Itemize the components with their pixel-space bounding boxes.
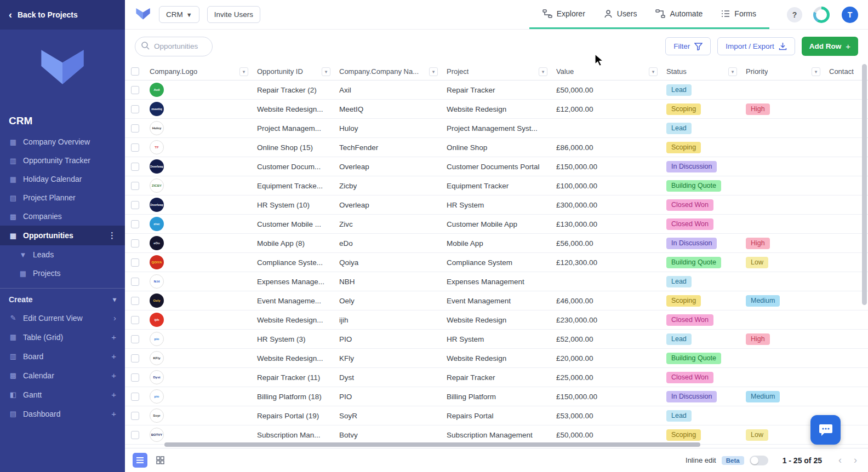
status-cell[interactable]: Scoping xyxy=(662,138,741,157)
vertical-scrollbar[interactable] xyxy=(861,63,867,448)
value-cell[interactable] xyxy=(552,119,662,137)
sidebar-item-project-planner[interactable]: ▤ Project Planner xyxy=(0,188,125,207)
project-cell[interactable]: Website Redesign xyxy=(442,100,552,118)
value-cell[interactable]: £12,000.00 xyxy=(552,100,662,118)
project-cell[interactable]: Subscription Management xyxy=(442,425,552,444)
nav-users[interactable]: Users xyxy=(604,9,637,18)
plus-icon[interactable]: + xyxy=(111,371,116,380)
priority-cell[interactable]: High xyxy=(741,234,825,252)
nav-explorer[interactable]: Explorer xyxy=(542,9,585,18)
table-row[interactable]: KFly Website Redesign... KFly Website Re… xyxy=(125,349,868,368)
value-cell[interactable]: £230,000.00 xyxy=(552,310,662,329)
list-view-button[interactable] xyxy=(133,453,147,468)
priority-cell[interactable] xyxy=(741,349,825,367)
sidebar-item-board[interactable]: ▥ Board + xyxy=(0,347,125,366)
priority-cell[interactable] xyxy=(741,176,825,195)
company-name-cell[interactable]: TechFender xyxy=(335,138,442,157)
vertical-scrollbar-thumb[interactable] xyxy=(862,64,867,305)
row-checkbox[interactable] xyxy=(125,215,145,233)
select-all-checkbox[interactable] xyxy=(125,63,145,80)
company-name-cell[interactable]: Overleap xyxy=(335,195,442,214)
project-cell[interactable]: Expenses Management xyxy=(442,272,552,291)
priority-cell[interactable]: Low xyxy=(741,253,825,272)
kebab-menu-icon[interactable]: ⋮ xyxy=(108,231,116,240)
company-logo-cell[interactable]: BOTVY xyxy=(145,425,253,444)
company-name-cell[interactable]: Qoiya xyxy=(335,253,442,272)
company-logo-cell[interactable]: ZICBY xyxy=(145,176,253,195)
create-section-header[interactable]: Create ▾ xyxy=(0,291,125,308)
opportunity-id-cell[interactable]: Subscription Man... xyxy=(253,425,335,444)
value-cell[interactable]: £46,000.00 xyxy=(552,291,662,310)
priority-cell[interactable] xyxy=(741,80,825,99)
value-cell[interactable]: £56,000.00 xyxy=(552,234,662,252)
company-logo-cell[interactable]: Soyr xyxy=(145,406,253,425)
inline-edit-toggle[interactable] xyxy=(750,456,768,465)
row-checkbox[interactable] xyxy=(125,176,145,195)
company-logo-cell[interactable]: ijih xyxy=(145,310,253,329)
table-row[interactable]: N:H Expenses Manage... NBH Expenses Mana… xyxy=(125,272,868,291)
project-cell[interactable]: Repair Tracker xyxy=(442,368,552,387)
opportunity-id-cell[interactable]: Compliance Syste... xyxy=(253,253,335,272)
table-row[interactable]: ijih Website Redesign... ijih Website Re… xyxy=(125,310,868,330)
priority-cell[interactable] xyxy=(741,215,825,233)
gallery-view-button[interactable] xyxy=(153,453,168,468)
column-header[interactable]: Project ▾ xyxy=(442,63,552,80)
value-cell[interactable]: £300,000.00 xyxy=(552,195,662,214)
opportunity-id-cell[interactable]: Project Managem... xyxy=(253,119,335,137)
row-checkbox[interactable] xyxy=(125,368,145,387)
status-cell[interactable]: Scoping xyxy=(662,100,741,118)
table-row[interactable]: zivc Customer Mobile ... Zivc Customer M… xyxy=(125,215,868,234)
value-cell[interactable]: £120,300.00 xyxy=(552,253,662,272)
status-cell[interactable]: Scoping xyxy=(662,425,741,444)
company-logo-cell[interactable]: Axil xyxy=(145,80,253,99)
priority-cell[interactable]: High xyxy=(741,330,825,348)
priority-cell[interactable]: Medium xyxy=(741,291,825,310)
project-cell[interactable]: Event Management xyxy=(442,291,552,310)
company-logo-cell[interactable]: eDo xyxy=(145,234,253,252)
company-logo-cell[interactable]: zivc xyxy=(145,215,253,233)
table-row[interactable]: meetiq Website Redesign... MeetIQ Websit… xyxy=(125,100,868,119)
company-logo-cell[interactable]: pio xyxy=(145,330,253,348)
value-cell[interactable]: £20,000.00 xyxy=(552,349,662,367)
opportunity-id-cell[interactable]: Expenses Manage... xyxy=(253,272,335,291)
sidebar-item-dashboard[interactable]: ▤ Dashboard + xyxy=(0,404,125,423)
column-menu-button[interactable]: ▾ xyxy=(812,67,820,76)
table-row[interactable]: Overleap Customer Docum... Overleap Cust… xyxy=(125,157,868,176)
horizontal-scrollbar-thumb[interactable] xyxy=(164,442,700,447)
value-cell[interactable]: £50,000.00 xyxy=(552,80,662,99)
workspace-selector-dropdown[interactable]: CRM ▼ xyxy=(159,6,199,23)
value-cell[interactable]: £25,000.00 xyxy=(552,368,662,387)
company-logo-cell[interactable]: Huloy xyxy=(145,119,253,137)
column-header[interactable]: Priority ▾ xyxy=(741,63,825,80)
table-row[interactable]: Huloy Project Managem... Huloy Project M… xyxy=(125,119,868,138)
table-row[interactable]: ZICBY Equipment Tracke... Zicby Equipmen… xyxy=(125,176,868,195)
nav-forms[interactable]: Forms xyxy=(721,9,756,18)
company-name-cell[interactable]: Zicby xyxy=(335,176,442,195)
opportunity-id-cell[interactable]: HR System (10) xyxy=(253,195,335,214)
sidebar-item-gantt[interactable]: ◧ Gantt + xyxy=(0,385,125,404)
priority-cell[interactable] xyxy=(741,138,825,157)
company-name-cell[interactable]: Axil xyxy=(335,80,442,99)
row-checkbox[interactable] xyxy=(125,330,145,348)
company-logo-cell[interactable]: pio xyxy=(145,387,253,406)
table-row[interactable]: Soyr Repairs Portal (19) SoyR Repairs Po… xyxy=(125,406,868,425)
company-name-cell[interactable]: eDo xyxy=(335,234,442,252)
project-cell[interactable]: Repair Tracker xyxy=(442,80,552,99)
next-page-button[interactable]: › xyxy=(850,454,860,466)
company-name-cell[interactable]: Botvy xyxy=(335,425,442,444)
company-name-cell[interactable]: MeetIQ xyxy=(335,100,442,118)
project-cell[interactable]: Compliance System xyxy=(442,253,552,272)
import-export-button[interactable]: Import / Export xyxy=(717,37,795,55)
status-cell[interactable]: Closed Won xyxy=(662,195,741,214)
project-cell[interactable]: Equipment Tracker xyxy=(442,176,552,195)
column-header[interactable]: Value ▾ xyxy=(552,63,662,80)
column-menu-button[interactable]: ▾ xyxy=(239,67,248,76)
row-checkbox[interactable] xyxy=(125,272,145,291)
row-checkbox[interactable] xyxy=(125,119,145,137)
project-cell[interactable]: HR System xyxy=(442,330,552,348)
avatar[interactable]: T xyxy=(842,7,858,23)
value-cell[interactable]: £150,000.00 xyxy=(552,157,662,176)
value-cell[interactable]: £52,000.00 xyxy=(552,330,662,348)
status-cell[interactable]: Scoping xyxy=(662,291,741,310)
table-row[interactable]: pio Billing Platform (18) PIO Billing Pl… xyxy=(125,387,868,406)
